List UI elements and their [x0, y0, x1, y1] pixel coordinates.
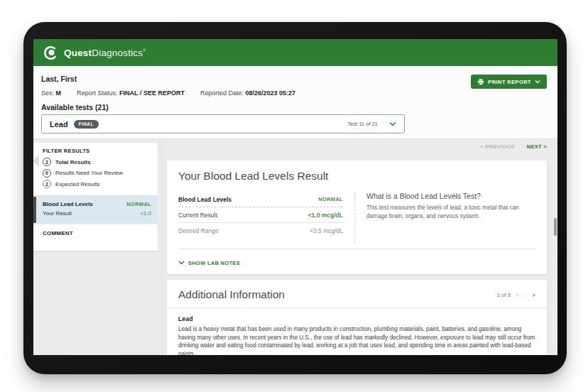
- filter-label: Results Need Your Review: [55, 170, 123, 176]
- additional-information-card: Additional Information 1 of 3 < | > Lead…: [167, 280, 547, 355]
- next-test-button[interactable]: NEXT >: [527, 143, 547, 150]
- vertical-scrollbar-thumb[interactable]: [554, 218, 557, 236]
- final-status-badge: FINAL: [74, 120, 99, 129]
- brand-name-bold: Quest: [64, 48, 92, 58]
- info-page-indicator: 1 of 3: [497, 292, 511, 298]
- result-table-header-label: Blood Lead Levels: [178, 196, 232, 203]
- filter-item-need-review[interactable]: 0 Results Need Your Review: [43, 169, 152, 178]
- pagination-divider: |: [525, 292, 526, 298]
- sidebar-divider: [162, 139, 163, 355]
- screen: QuestDiagnostics® Last, First Sex: M Rep…: [33, 39, 557, 355]
- filter-item-expected-results[interactable]: 2 Expected Results: [43, 180, 152, 188]
- test-description-text: This test measures the levels of lead, a…: [366, 204, 535, 221]
- brand-name-light: Diagnostics: [92, 48, 143, 58]
- test-description-panel: What is a Blood Lead Levels Test? This t…: [354, 192, 535, 244]
- info-pagination: 1 of 3 < | >: [497, 292, 535, 298]
- result-list-item-blood-lead[interactable]: Blood Lead Levels NORMAL Your Result <1.…: [33, 197, 158, 223]
- brand-header: QuestDiagnostics®: [33, 39, 557, 66]
- show-lab-notes-link[interactable]: SHOW LAB NOTES: [178, 260, 240, 266]
- test-selector-dropdown[interactable]: Lead FINAL Test 11 of 21: [41, 114, 405, 134]
- test-pager: < PREVIOUS NEXT >: [480, 143, 547, 150]
- quest-logo: QuestDiagnostics®: [43, 45, 146, 61]
- result-status-badge: NORMAL: [126, 201, 151, 207]
- comment-list-item[interactable]: COMMENT: [33, 224, 158, 251]
- info-prev-page-button[interactable]: <: [516, 292, 520, 298]
- report-status-value: FINAL / SEE REPORT: [119, 89, 185, 97]
- patient-name: Last, First: [41, 75, 77, 83]
- main-result-column: < PREVIOUS NEXT > Your Blood Lead Levels…: [167, 139, 547, 355]
- chevron-down-icon: [389, 121, 396, 126]
- count-badge: 2: [43, 180, 51, 188]
- available-tests-heading: Available tests (21): [41, 103, 109, 111]
- result-table: Blood Lead Levels NORMAL Current Result …: [178, 192, 354, 244]
- count-badge: 0: [43, 169, 51, 178]
- info-next-page-button[interactable]: >: [532, 292, 535, 298]
- result-table-header-status: NORMAL: [318, 196, 343, 202]
- previous-test-button[interactable]: < PREVIOUS: [480, 143, 514, 150]
- current-result-value: <1.0 mcg/dL: [308, 212, 343, 219]
- blood-lead-result-card: Your Blood Lead Levels Result Blood Lead…: [167, 160, 547, 274]
- test-description-title: What is a Blood Lead Levels Test?: [366, 192, 535, 200]
- chevron-down-icon: [178, 261, 185, 265]
- print-report-label: PRINT REPORT: [488, 79, 531, 85]
- print-report-button[interactable]: PRINT REPORT: [471, 75, 547, 89]
- filter-label: Total Results: [55, 159, 91, 165]
- result-table-header-row: Blood Lead Levels NORMAL: [178, 192, 343, 207]
- result-card-title: Your Blood Lead Levels Result: [178, 170, 535, 183]
- table-row-current-result: Current Result <1.0 mcg/dL: [178, 207, 343, 223]
- result-item-label: Your Result: [43, 210, 72, 217]
- filter-results-panel: FILTER RESULTS 2 Total Results 0 Results…: [33, 143, 158, 195]
- result-item-name: Blood Lead Levels: [43, 201, 93, 207]
- filter-results-title: FILTER RESULTS: [43, 148, 152, 154]
- patient-meta-row: Sex: M Report Status: FINAL / SEE REPORT…: [41, 89, 295, 97]
- reported-date-value: 08/26/2023 05:27: [246, 89, 296, 97]
- table-row-desired-range: Desired Range <3.5 mcg/dL: [178, 223, 343, 239]
- trademark-symbol: ®: [143, 48, 146, 53]
- test-name: Lead: [50, 120, 68, 129]
- sex-value: M: [56, 89, 62, 97]
- sex-field: Sex: M: [41, 89, 61, 97]
- brand-name: QuestDiagnostics®: [64, 48, 146, 58]
- info-paragraph-1: Lead is a heavy metal that has been used…: [178, 325, 535, 355]
- reported-date-field: Reported Date: 08/26/2023 05:27: [200, 89, 295, 97]
- additional-info-title: Additional Information: [178, 288, 285, 301]
- quest-q-icon: [43, 45, 59, 61]
- filter-item-total-results[interactable]: 2 Total Results: [43, 158, 152, 166]
- count-badge: 2: [43, 158, 51, 166]
- result-item-value: <1.0: [140, 210, 151, 217]
- info-subheading: Lead: [178, 315, 535, 322]
- results-content-area: FILTER RESULTS 2 Total Results 0 Results…: [33, 138, 557, 355]
- report-status-field: Report Status: FINAL / SEE REPORT: [77, 89, 185, 97]
- desired-range-value: <3.5 mcg/dL: [310, 227, 343, 234]
- filter-label: Expected Results: [55, 181, 99, 187]
- tablet-frame: QuestDiagnostics® Last, First Sex: M Rep…: [23, 22, 567, 374]
- printer-icon: [477, 79, 484, 85]
- chevron-down-icon: [535, 80, 540, 84]
- comment-label: COMMENT: [43, 230, 73, 236]
- test-position: Test 11 of 21: [348, 121, 378, 127]
